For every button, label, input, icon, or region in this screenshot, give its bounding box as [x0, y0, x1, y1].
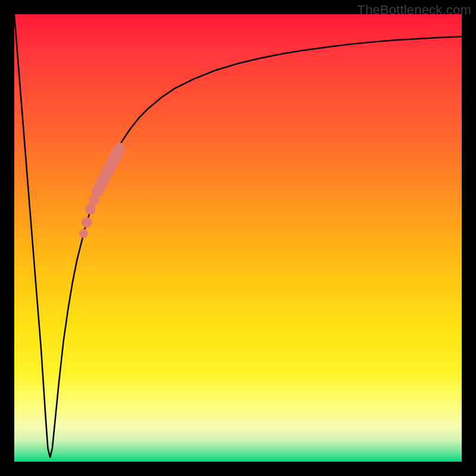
plot-area: [14, 14, 462, 462]
curve-markers: [79, 149, 120, 238]
chart-frame: TheBottleneck.com: [0, 0, 476, 476]
segment: [98, 149, 120, 191]
dot-2: [82, 217, 92, 228]
watermark-text: TheBottleneck.com: [357, 2, 471, 18]
dot-1: [79, 229, 88, 238]
chart-svg: [14, 14, 462, 462]
